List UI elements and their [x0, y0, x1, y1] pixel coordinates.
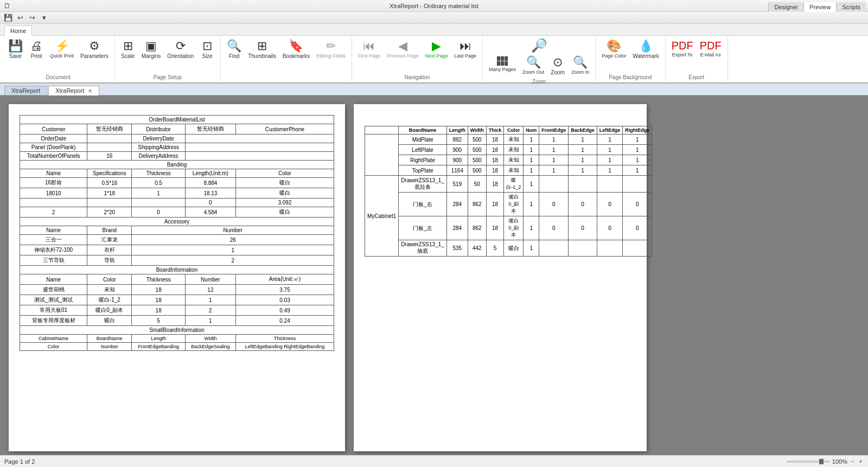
- ribbon-group-navigation: ⏮ First Page ◀ Previous Page ▶ Next Page…: [352, 37, 483, 81]
- parameters-icon: ⚙: [89, 40, 100, 52]
- watermark-button[interactable]: 💧 Watermark: [630, 38, 662, 61]
- size-icon: ⊡: [202, 40, 212, 52]
- save-button[interactable]: 💾 Save: [5, 38, 25, 61]
- table-row: TopPlate116450018未知11111: [365, 165, 652, 176]
- preview-tab[interactable]: Preview: [803, 2, 836, 12]
- orderdate-value: [87, 135, 132, 143]
- ribbon-group-export: PDF Export To PDF E-Mail As Export: [666, 37, 728, 81]
- first-page-icon: ⏮: [363, 40, 375, 52]
- table-row: MidPlate88250018未知11111: [365, 135, 652, 145]
- zoom-in-button[interactable]: 🔍 Zoom In: [569, 54, 592, 77]
- deliverydate-value: [185, 135, 334, 143]
- table-row: 盛世胡桃未知18123.75: [20, 285, 334, 295]
- zoom-magnifier: 🔎: [531, 38, 547, 54]
- margins-button[interactable]: ▣ Margins: [139, 38, 164, 61]
- doc-tab-2[interactable]: XtraReport ✕: [48, 86, 99, 95]
- doc-tab-close[interactable]: ✕: [88, 88, 92, 94]
- qa-dropdown-button[interactable]: ▾: [39, 13, 49, 23]
- deliverya-label: DeliveryAddress: [132, 152, 185, 161]
- zoom-icon: ⊙: [553, 56, 563, 68]
- banding-col-spec: Specifications: [87, 169, 132, 178]
- pagesetup-buttons: ⊞ Scale ▣ Margins ⟳ Orientation ⊡ Size: [118, 38, 218, 73]
- document-buttons: 💾 Save 🖨 Print ⚡ Quick Print ⚙ Parameter…: [5, 38, 111, 73]
- totalnumber-value: 16: [87, 152, 132, 161]
- tab-home[interactable]: Home: [4, 25, 32, 36]
- bookmarks-icon: 🔖: [289, 40, 303, 52]
- page-color-icon: 🎨: [607, 40, 621, 52]
- table-row: 180101*18118.13暖白: [20, 188, 334, 199]
- window-title: XtraReport - Ordinary material list: [390, 3, 478, 9]
- prev-page-icon: ◀: [398, 40, 407, 52]
- customer-value: 暂无经销商: [87, 124, 132, 135]
- page2-header-row: BoardName Length Width Thick Color Num F…: [365, 126, 652, 135]
- parameters-button[interactable]: ⚙ Parameters: [78, 38, 111, 61]
- distributor-value: 暂无经销商: [185, 124, 235, 135]
- ribbon-group-document: 💾 Save 🖨 Print ⚡ Quick Print ⚙ Parameter…: [2, 37, 115, 81]
- many-pages-button[interactable]: Many Pages: [486, 54, 519, 74]
- scripts-tab[interactable]: Scripts: [836, 2, 866, 12]
- panel-label: Panel (DoorPlank): [20, 143, 87, 152]
- shipping-value: [185, 143, 334, 152]
- quick-access-toolbar: 💾 ↩ ↪ ▾: [0, 12, 868, 24]
- table-title-row: OrderBoardMaterialList: [20, 116, 334, 124]
- banding-col-length: Length(Unit:m): [185, 169, 235, 178]
- designer-tab[interactable]: Designer: [768, 2, 803, 12]
- print-button[interactable]: 🖨 Print: [27, 38, 46, 61]
- totalnumber-label: TotalNumberOfPanels: [20, 152, 87, 161]
- title-bar-left: 🗋: [2, 1, 12, 11]
- table-row: 常用大板01暖白0_副本1820.49: [20, 305, 334, 316]
- ribbon-tab-bar: Home: [0, 24, 868, 36]
- quick-print-button[interactable]: ⚡ Quick Print: [47, 38, 76, 61]
- table-row: DrawerZSS13_1_抽底5354425暖白1: [365, 240, 652, 257]
- next-page-button[interactable]: ▶ Next Page: [423, 38, 451, 61]
- find-button[interactable]: 🔍 Find: [224, 38, 244, 61]
- document-tab-bar: XtraReport XtraReport ✕: [0, 84, 868, 95]
- banding-header-row: Banding: [20, 161, 334, 169]
- save-icon: 💾: [8, 40, 23, 52]
- qa-undo-button[interactable]: ↩: [15, 13, 25, 23]
- banding-col-thick: Thickness: [132, 169, 185, 178]
- thumbnails-button[interactable]: ⊞ Thumbnails: [245, 38, 279, 61]
- smallboard-header-row: SmallBoardInformation: [20, 326, 334, 335]
- app-icon: 🗋: [2, 1, 12, 11]
- pagebg-buttons: 🎨 Page Color 💧 Watermark: [599, 38, 662, 73]
- qa-save-button[interactable]: 💾: [3, 13, 13, 23]
- table-row: 03.092: [20, 199, 334, 207]
- thumbnails-icon: ⊞: [257, 40, 267, 52]
- last-page-button[interactable]: ⏭ Last Page: [452, 38, 480, 61]
- ribbon-group-zoom: 🔎 Many Pages 🔍 Zoom Out ⊙ Zoom: [483, 37, 596, 81]
- margins-icon: ▣: [145, 40, 157, 52]
- zoom-button[interactable]: ⊙ Zoom: [548, 54, 567, 78]
- smallboard-title: SmallBoardInformation: [20, 326, 334, 335]
- table-row: 16郡肯0.5*160.58.884暖白: [20, 178, 334, 188]
- bookmarks-button[interactable]: 🔖 Bookmarks: [280, 38, 312, 61]
- export-to-button[interactable]: PDF Export To: [669, 38, 696, 60]
- email-as-button[interactable]: PDF E-Mail As: [697, 38, 724, 60]
- prev-page-button[interactable]: ◀ Previous Page: [384, 38, 422, 61]
- qa-redo-button[interactable]: ↪: [27, 13, 37, 23]
- first-page-button[interactable]: ⏮ First Page: [355, 38, 383, 61]
- window-controls: Designer Preview Scripts ─ □ ✕: [780, 2, 866, 10]
- size-button[interactable]: ⊡ Size: [197, 38, 217, 61]
- navigation-group-label: Navigation: [404, 73, 430, 80]
- table-row: Customer 暂无经销商 Distributor 暂无经销商 Custome…: [20, 124, 334, 135]
- navigation-buttons: ⏮ First Page ◀ Previous Page ▶ Next Page…: [355, 38, 479, 73]
- editing-fields-button[interactable]: ✏ Editing Fields: [314, 38, 348, 61]
- doc-tab-1[interactable]: XtraReport: [4, 86, 47, 95]
- page-color-button[interactable]: 🎨 Page Color: [599, 38, 629, 61]
- zoom-buttons: Many Pages 🔍 Zoom Out ⊙ Zoom 🔍 Zoom In: [486, 54, 592, 78]
- report-page-1: OrderBoardMaterialList Customer 暂无经销商 Di…: [9, 104, 345, 451]
- orderdate-label: OrderDate: [20, 135, 87, 143]
- accessory-title: Accessory: [20, 217, 334, 226]
- last-page-icon: ⏭: [459, 40, 471, 52]
- panel-value: [87, 143, 132, 152]
- ribbon-group-pagesetup: ⊞ Scale ▣ Margins ⟳ Orientation ⊡ Size P…: [115, 37, 221, 81]
- orientation-button[interactable]: ⟳ Orientation: [164, 38, 196, 61]
- table-row: RightPlate90050018未知11111: [365, 155, 652, 165]
- scale-button[interactable]: ⊞ Scale: [118, 38, 138, 61]
- zoom-out-button[interactable]: 🔍 Zoom Out: [520, 54, 547, 77]
- ribbon-group-pagebg: 🎨 Page Color 💧 Watermark Page Background: [596, 37, 666, 81]
- banding-columns-row: Name Specifications Thickness Length(Uni…: [20, 169, 334, 178]
- find-buttons: 🔍 Find ⊞ Thumbnails 🔖 Bookmarks ✏ Editin…: [224, 38, 348, 79]
- page2-table: BoardName Length Width Thick Color Num F…: [365, 126, 652, 257]
